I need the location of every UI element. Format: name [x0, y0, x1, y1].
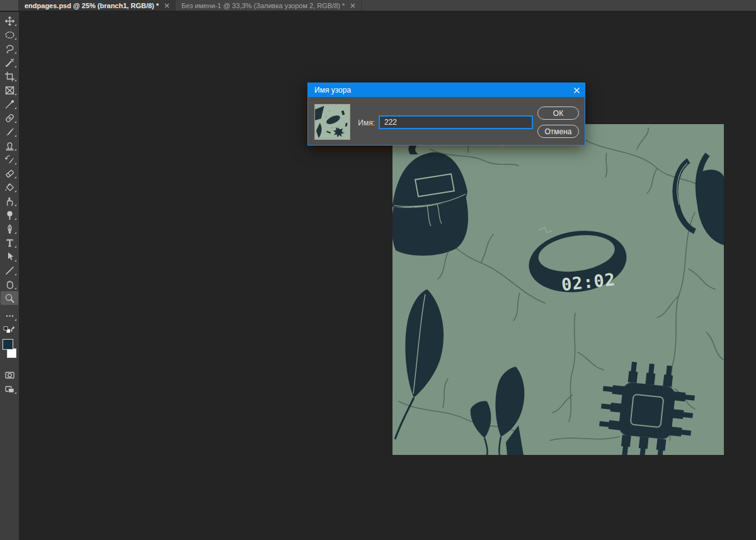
path-selection-tool-button[interactable] [1, 250, 18, 263]
dialog-title: Имя узора [308, 86, 568, 95]
hand-tool-button[interactable] [1, 277, 18, 291]
clone-stamp-tool-button[interactable] [1, 139, 18, 152]
line-tool-button[interactable] [1, 263, 18, 277]
screen-mode-icon [4, 384, 15, 394]
crop-icon [4, 71, 15, 82]
pattern-name-dialog: Имя узора [307, 83, 585, 146]
type-tool-button[interactable] [1, 236, 18, 250]
selection-brush-icon [4, 57, 15, 68]
default-and-swap-colors-button[interactable] [1, 323, 18, 336]
swap-colors-icon [3, 325, 16, 335]
tab-endpages-psd[interactable]: endpages.psd @ 25% (branch1, RGB/8) * [19, 0, 176, 11]
document-canvas[interactable]: 02:02 [392, 124, 724, 455]
selection-arrow-icon [4, 251, 15, 262]
zoom-icon [4, 293, 15, 304]
cancel-button[interactable]: Отмена [537, 125, 579, 138]
eraser-icon [4, 168, 15, 179]
spot-healing-brush-tool-button[interactable] [1, 111, 18, 125]
tab-label: Без имени-1 @ 33,3% (Заливка узором 2, R… [181, 2, 345, 9]
eraser-tool-button[interactable] [1, 166, 18, 180]
brush-tool-button[interactable] [1, 125, 18, 139]
tab-untitled-1[interactable]: Без имени-1 @ 33,3% (Заливка узором 2, R… [176, 0, 362, 11]
ok-button[interactable]: ОК [537, 106, 579, 120]
dialog-close-button[interactable] [568, 83, 585, 97]
tab-close-icon[interactable] [350, 3, 355, 8]
pen-tool-button[interactable] [1, 222, 18, 236]
dodge-tool-button[interactable] [1, 208, 18, 222]
eyedropper-icon [4, 99, 15, 110]
eyedropper-tool-button[interactable] [1, 97, 18, 111]
pattern-preview-image: 02:02 [392, 124, 724, 455]
document-tab-bar: endpages.psd @ 25% (branch1, RGB/8) * Бе… [0, 0, 756, 11]
quick-mask-button[interactable] [1, 368, 18, 382]
photoshop-window: endpages.psd @ 25% (branch1, RGB/8) * Бе… [0, 0, 756, 540]
paint-bucket-tool-button[interactable] [1, 180, 18, 194]
tab-label: endpages.psd @ 25% (branch1, RGB/8) * [25, 2, 159, 9]
paint-bucket-icon [4, 182, 15, 193]
clone-stamp-icon [4, 141, 15, 151]
move-tool-button[interactable] [1, 14, 18, 28]
pattern-name-input[interactable] [379, 115, 533, 129]
object-selection-tool-button[interactable] [1, 55, 18, 69]
frame-icon [4, 85, 15, 96]
line-icon [4, 265, 15, 276]
color-swatches[interactable] [0, 338, 19, 363]
lasso-icon [4, 43, 15, 54]
ellipsis-icon [4, 311, 15, 321]
smudge-tool-button[interactable] [1, 194, 18, 208]
brush-icon [4, 127, 15, 137]
elliptical-marquee-tool-button[interactable] [1, 28, 18, 42]
tab-bar-corner [0, 0, 19, 11]
zoom-tool-button[interactable] [1, 291, 18, 305]
name-field-label: Имя: [308, 118, 375, 127]
tools-panel [0, 12, 19, 540]
dialog-titlebar[interactable]: Имя узора [308, 83, 585, 97]
move-icon [4, 16, 15, 26]
dodge-icon [4, 210, 15, 221]
edit-toolbar-button[interactable] [1, 309, 18, 323]
background-color-swatch[interactable] [7, 348, 16, 358]
pen-icon [4, 224, 15, 234]
close-icon [573, 87, 580, 94]
hand-icon [4, 279, 15, 290]
crop-tool-button[interactable] [1, 69, 18, 83]
lasso-tool-button[interactable] [1, 42, 18, 55]
elliptical-marquee-icon [4, 30, 15, 40]
healing-patch-icon [4, 113, 15, 124]
screen-mode-button[interactable] [1, 382, 18, 396]
history-brush-tool-button[interactable] [1, 152, 18, 166]
history-brush-icon [4, 154, 15, 165]
dialog-body: Имя: ОК Отмена [308, 97, 585, 145]
frame-tool-button[interactable] [1, 83, 18, 97]
tab-close-icon[interactable] [164, 3, 169, 8]
smudge-finger-icon [4, 196, 15, 207]
foreground-color-swatch[interactable] [3, 339, 13, 350]
quick-mask-icon [4, 370, 15, 381]
type-icon [4, 238, 15, 248]
